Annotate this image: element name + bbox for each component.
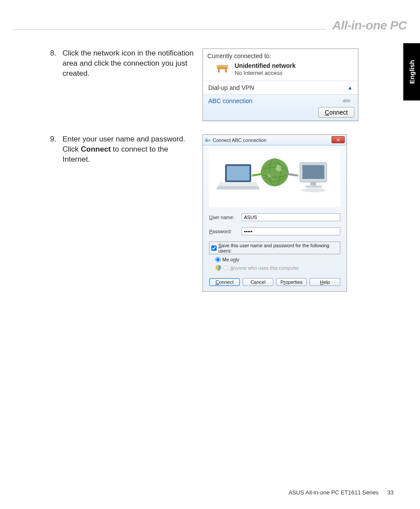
connected-to-label: Currently connected to:	[207, 52, 354, 59]
username-input[interactable]	[242, 213, 340, 221]
current-network: Unidentified network No Internet access	[207, 62, 354, 76]
svg-rect-4	[217, 66, 228, 67]
connection-hero-image	[209, 150, 340, 207]
chevron-up-icon: ▲	[347, 85, 353, 91]
connection-row[interactable]: ABC connection Connect	[203, 94, 358, 121]
save-label: Save this user name and password for the…	[218, 243, 338, 253]
dialog-titlebar: Connect ABC connection ✕	[203, 135, 346, 145]
language-tab: English	[403, 43, 420, 100]
me-only-radio[interactable]	[215, 257, 221, 262]
content-area: 8. Click the network icon in the notific…	[48, 48, 394, 305]
svg-rect-1	[217, 68, 227, 70]
dialog-cancel-button[interactable]: Cancel	[243, 278, 273, 286]
password-row: Password:	[209, 227, 340, 235]
connection-name: ABC connection	[208, 97, 252, 104]
footer-text: ASUS All-in-one PC ET1611 Series	[288, 489, 378, 496]
step-8-body: Click the network icon in the notificati…	[63, 48, 194, 79]
svg-rect-12	[227, 166, 250, 181]
bench-icon	[215, 63, 230, 75]
svg-point-15	[261, 159, 289, 186]
step-9-text: 9. Enter your user name and password. Cl…	[48, 134, 194, 165]
step-8-text: 8. Click the network icon in the notific…	[48, 48, 194, 79]
dialog-properties-button[interactable]: Properties	[276, 278, 307, 286]
svg-rect-23	[306, 186, 322, 188]
connect-dialog: Connect ABC connection ✕	[203, 134, 347, 292]
password-input[interactable]	[242, 227, 340, 235]
dialup-label: Dial-up and VPN	[208, 84, 254, 91]
page-header: All-in-one PC	[0, 21, 420, 38]
svg-line-19	[288, 174, 298, 176]
step-8: 8. Click the network icon in the notific…	[48, 48, 394, 121]
step-9-num: 9.	[48, 134, 56, 165]
svg-marker-14	[218, 182, 258, 186]
svg-point-7	[348, 100, 349, 101]
svg-rect-3	[225, 69, 227, 73]
step-9-body: Enter your user name and password. Click…	[63, 134, 194, 165]
network-flyout: Currently connected to:	[203, 48, 358, 121]
svg-rect-21	[302, 165, 324, 179]
dialup-section[interactable]: Dial-up and VPN ▲	[203, 81, 358, 94]
dialog-app-icon	[205, 137, 211, 143]
svg-rect-2	[218, 69, 220, 73]
language-label: English	[408, 60, 416, 84]
step-9: 9. Enter your user name and password. Cl…	[48, 134, 394, 292]
svg-line-18	[252, 174, 262, 176]
me-only-row[interactable]: Me only	[215, 257, 340, 262]
dialog-body: User name: Password: Save this user name…	[203, 145, 346, 291]
page-footer: ASUS All-in-one PC ET1611 Series 33	[288, 489, 394, 496]
svg-rect-10	[208, 139, 210, 141]
svg-point-24	[302, 189, 326, 193]
svg-rect-6	[344, 100, 346, 101]
anyone-radio	[223, 265, 228, 271]
dialog-buttons: Connect Cancel Properties Help	[209, 278, 340, 286]
network-sub: No Internet access	[235, 70, 295, 77]
header-title-wrap: All-in-one PC	[326, 19, 407, 33]
svg-rect-22	[310, 182, 316, 186]
network-text: Unidentified network No Internet access	[235, 62, 295, 76]
dialog-connect-button[interactable]: Connect	[209, 278, 240, 286]
anyone-row: Anyone who uses this computer	[215, 265, 340, 271]
username-label: User name:	[209, 215, 242, 220]
flyout-header: Currently connected to:	[203, 49, 358, 81]
username-row: User name:	[209, 213, 340, 221]
connect-rest: onnect	[329, 109, 348, 116]
modem-icon	[342, 97, 352, 105]
dialog-help-button[interactable]: Help	[309, 278, 340, 286]
header-title: All-in-one PC	[332, 19, 407, 32]
anyone-label: Anyone who uses this computer	[230, 265, 299, 271]
password-label: Password:	[209, 229, 242, 234]
svg-rect-9	[206, 138, 207, 140]
shield-icon	[215, 265, 221, 271]
me-only-label: Me only	[222, 257, 239, 262]
network-name: Unidentified network	[235, 62, 295, 70]
dialog-title: Connect ABC connection	[213, 137, 266, 143]
flyout-connect-button[interactable]: Connect	[318, 107, 354, 118]
step-8-num: 8.	[48, 48, 56, 79]
connect-u: C	[325, 109, 329, 116]
close-icon[interactable]: ✕	[332, 136, 345, 143]
save-checkbox[interactable]	[211, 245, 217, 251]
svg-rect-8	[205, 140, 208, 141]
svg-rect-0	[217, 67, 228, 68]
page-number: 33	[387, 489, 394, 496]
save-checkbox-row[interactable]: Save this user name and password for the…	[209, 241, 340, 254]
